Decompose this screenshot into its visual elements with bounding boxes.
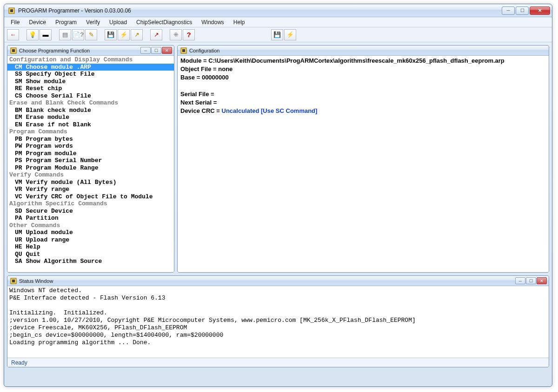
save-lightning-button[interactable]: ⚡ xyxy=(118,29,130,40)
pencil-button[interactable]: ✎ xyxy=(85,29,97,40)
export-button[interactable]: ↗ xyxy=(150,29,162,40)
command-item-um[interactable]: UM Upload module xyxy=(7,229,174,236)
command-item-vr[interactable]: VR Verify range xyxy=(7,186,174,193)
command-item-em[interactable]: EM Erase module xyxy=(7,114,174,121)
save-red-button[interactable]: 💾 xyxy=(271,29,283,40)
chip-button[interactable]: ▬ xyxy=(40,29,52,40)
minimize-button[interactable]: ─ xyxy=(502,7,515,15)
command-item-vc[interactable]: VC Verify CRC of Object File to Module xyxy=(7,193,174,201)
flash-button[interactable]: ⚡ xyxy=(284,29,296,40)
svg-rect-7 xyxy=(12,280,15,282)
app-icon xyxy=(8,7,15,14)
save-export-button-icon: ↗ xyxy=(134,32,140,38)
back-button-icon: ← xyxy=(10,32,16,38)
menu-device[interactable]: Device xyxy=(24,18,51,26)
panel-icon xyxy=(180,47,187,54)
target-button-icon: ⁜ xyxy=(173,32,179,38)
status-content-wrap: Windows NT detected. P&E Interface detec… xyxy=(7,286,549,358)
base-label: Base = xyxy=(180,74,202,81)
next-serial-label: Next Serial = xyxy=(180,98,546,107)
command-list: Configuration and Display CommandsCM Cho… xyxy=(7,56,174,272)
status-log: Windows NT detected. P&E Interface detec… xyxy=(7,286,549,347)
child-close-button[interactable]: ✕ xyxy=(162,47,172,54)
back-button[interactable]: ← xyxy=(7,29,19,40)
status-ready: Ready xyxy=(11,359,27,366)
command-item-ur[interactable]: UR Upload range xyxy=(7,236,174,244)
command-item-vm[interactable]: VM Verify module (All Bytes) xyxy=(7,179,174,186)
choose-function-titlebar[interactable]: Choose Programming Function ─ ☐ ✕ xyxy=(7,46,174,56)
command-item-he[interactable]: HE Help xyxy=(7,243,174,251)
serial-file-label: Serial File = xyxy=(180,90,546,98)
configuration-titlebar[interactable]: Configuration xyxy=(178,46,549,56)
menubar: FileDeviceProgramVerifyUploadChipSelectD… xyxy=(4,17,552,27)
crc-link[interactable]: Uncalculated [Use SC Command] xyxy=(222,107,318,114)
command-item-sm[interactable]: SM Show module xyxy=(7,78,174,85)
titlebar[interactable]: PROGARM Programmer - Version 0.03.00.06 … xyxy=(4,4,552,17)
command-item-pw[interactable]: PW Program words xyxy=(7,143,174,150)
save-button[interactable]: 💾 xyxy=(105,29,117,40)
choose-function-title: Choose Programming Function xyxy=(19,48,140,53)
command-item-pm[interactable]: PM Program module xyxy=(7,150,174,157)
save-red-button-icon: 💾 xyxy=(273,32,281,38)
command-item-sd[interactable]: SD Secure Device xyxy=(7,208,174,215)
module-value: C:\Users\Keith\Documents\ProgARMCortex\a… xyxy=(208,57,505,64)
light-button-icon: 💡 xyxy=(29,32,36,38)
svg-rect-1 xyxy=(10,9,13,12)
menu-help[interactable]: Help xyxy=(229,18,250,26)
save-lightning-button-icon: ⚡ xyxy=(120,32,127,38)
save-export-button[interactable]: ↗ xyxy=(131,29,143,40)
mdi-area: Choose Programming Function ─ ☐ ✕ Config… xyxy=(4,42,552,386)
menu-windows[interactable]: Windows xyxy=(197,18,229,26)
child-minimize-button[interactable]: ─ xyxy=(515,277,525,284)
help-button-icon: ? xyxy=(186,31,191,38)
command-item-pb[interactable]: PB Program bytes xyxy=(7,136,174,143)
child-maximize-button[interactable]: ☐ xyxy=(151,47,161,54)
command-item-qu[interactable]: QU Quit xyxy=(7,251,174,258)
svg-rect-3 xyxy=(12,49,15,52)
menu-chipselectdiagnostics[interactable]: ChipSelectDiagnostics xyxy=(132,18,197,26)
command-group-header: Algorithm Specific Commands xyxy=(7,200,174,208)
base-value: 00000000 xyxy=(202,74,229,81)
command-group-header: Verify Commands xyxy=(7,171,174,179)
status-panel: Status Window ─ ☐ ✕ Windows NT detected.… xyxy=(7,275,549,367)
command-item-en[interactable]: EN Erase if not Blank xyxy=(7,121,174,129)
menu-verify[interactable]: Verify xyxy=(81,18,105,26)
command-item-re[interactable]: RE Reset chip xyxy=(7,85,174,92)
panel-icon xyxy=(10,278,17,284)
close-button[interactable]: ✕ xyxy=(530,7,550,15)
command-item-cm[interactable]: CM Choose module .ARP xyxy=(7,64,174,71)
object-file-value: none xyxy=(218,65,232,72)
menu-program[interactable]: Program xyxy=(51,18,81,26)
help-button[interactable]: ? xyxy=(183,29,195,40)
child-minimize-button[interactable]: ─ xyxy=(140,47,151,54)
toolbar: ←💡▬▤📄?✎💾⚡↗↗⁜?💾⚡ xyxy=(4,27,552,42)
menu-upload[interactable]: Upload xyxy=(105,18,132,26)
window-button[interactable]: ▤ xyxy=(59,29,71,40)
export-button-icon: ↗ xyxy=(154,32,159,38)
command-item-ps[interactable]: PS Program Serial Number xyxy=(7,157,174,164)
maximize-button[interactable]: ☐ xyxy=(516,7,529,15)
window-title: PROGARM Programmer - Version 0.03.00.06 xyxy=(18,7,502,14)
file-help-button[interactable]: 📄? xyxy=(72,29,84,40)
child-maximize-button[interactable]: ☐ xyxy=(526,277,536,284)
command-item-ss[interactable]: SS Specify Object File xyxy=(7,71,174,78)
file-help-button-icon: 📄? xyxy=(73,32,83,38)
command-item-sa[interactable]: SA Show Algorithm Source xyxy=(7,258,174,265)
menu-file[interactable]: File xyxy=(6,18,24,26)
command-group-header: Program Commands xyxy=(7,128,174,136)
command-item-cs[interactable]: CS Choose Serial File xyxy=(7,92,174,100)
light-button[interactable]: 💡 xyxy=(27,29,39,40)
command-group-header: Other Commands xyxy=(7,222,174,229)
target-button[interactable]: ⁜ xyxy=(170,29,182,40)
pencil-button-icon: ✎ xyxy=(89,32,94,38)
status-bar: Ready xyxy=(7,358,549,367)
chip-button-icon: ▬ xyxy=(43,32,49,38)
configuration-title: Configuration xyxy=(189,48,547,53)
flash-button-icon: ⚡ xyxy=(286,32,294,38)
child-close-button[interactable]: ✕ xyxy=(537,277,547,284)
status-titlebar[interactable]: Status Window ─ ☐ ✕ xyxy=(7,276,549,286)
module-label: Module = xyxy=(180,57,208,64)
command-item-pr[interactable]: PR Program Module Range xyxy=(7,164,174,172)
command-item-bm[interactable]: BM Blank check module xyxy=(7,107,174,114)
command-item-pa[interactable]: PA Partition xyxy=(7,215,174,222)
